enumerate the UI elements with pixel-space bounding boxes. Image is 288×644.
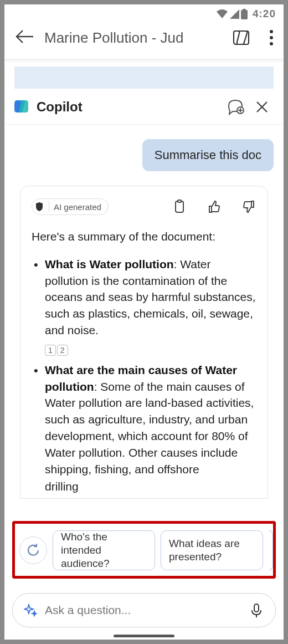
response-bullet: What are the main causes of Water pollut… xyxy=(45,362,256,478)
ai-badge-label: AI generated xyxy=(54,202,101,212)
suggestion-ideas-button[interactable]: What ideas are presented? xyxy=(161,530,263,570)
copilot-panel-header: Copilot xyxy=(4,89,284,125)
android-home-indicator[interactable] xyxy=(114,635,174,637)
copilot-logo-icon xyxy=(12,98,31,116)
shield-icon xyxy=(35,202,44,211)
suggestion-row-highlighted: Who's the intended audience? What ideas … xyxy=(12,521,276,579)
response-intro: Here's a summary of the document: xyxy=(32,228,256,245)
svg-rect-13 xyxy=(254,604,259,612)
wifi-icon xyxy=(216,9,228,19)
sparkle-icon xyxy=(24,604,37,617)
battery-icon xyxy=(241,9,248,19)
document-title: Marine Pollution - Jud xyxy=(44,29,222,47)
copilot-panel-title: Copilot xyxy=(37,99,226,115)
bullet-body: : Some of the main causes of Water pollu… xyxy=(45,380,254,476)
truncated-line: drilling xyxy=(32,478,256,495)
copilot-launch-button[interactable] xyxy=(232,29,251,47)
refresh-suggestions-button[interactable] xyxy=(19,536,47,564)
svg-rect-12 xyxy=(178,200,181,202)
suggestion-label: What ideas are presented? xyxy=(169,537,255,564)
chat-scroll-area[interactable]: Summarise this doc AI generated xyxy=(4,125,284,504)
svg-point-4 xyxy=(270,36,273,39)
citation-chip[interactable]: 1 xyxy=(45,345,56,356)
user-message-bubble: Summarise this doc xyxy=(142,139,274,171)
response-toolbar: AI generated xyxy=(32,198,256,215)
ai-response-card: AI generated Here's a summary of the doc… xyxy=(20,186,268,499)
ask-input-placeholder[interactable]: Ask a question... xyxy=(45,604,243,617)
response-bullet: What is Water pollution: Water pollution… xyxy=(45,256,256,357)
suggestion-overflow-peek[interactable] xyxy=(269,530,273,570)
suggestion-audience-button[interactable]: Who's the intended audience? xyxy=(53,530,155,570)
svg-point-3 xyxy=(270,30,273,33)
svg-point-5 xyxy=(270,42,273,45)
back-button[interactable] xyxy=(14,29,34,47)
new-chat-button[interactable] xyxy=(226,99,245,115)
microphone-button[interactable] xyxy=(251,604,264,617)
close-button[interactable] xyxy=(253,100,271,114)
signal-icon xyxy=(230,9,239,19)
svg-rect-1 xyxy=(243,9,246,11)
android-status-bar: 4:20 xyxy=(4,4,284,23)
suggestion-label: Who's the intended audience? xyxy=(61,530,147,570)
thumbs-down-button[interactable] xyxy=(241,199,256,214)
bullet-title: What is Water pollution xyxy=(45,258,174,270)
thumbs-up-button[interactable] xyxy=(207,199,222,214)
ask-input-bar[interactable]: Ask a question... xyxy=(12,593,276,627)
document-preview-strip xyxy=(4,63,284,89)
status-clock: 4:20 xyxy=(253,8,276,20)
svg-rect-0 xyxy=(241,10,248,19)
copy-button[interactable] xyxy=(172,199,188,214)
header-divider xyxy=(4,59,284,63)
overflow-menu-button[interactable] xyxy=(269,29,274,46)
citation-chip[interactable]: 2 xyxy=(57,345,68,356)
ai-generated-badge[interactable]: AI generated xyxy=(32,198,109,215)
app-title-bar: Marine Pollution - Jud xyxy=(4,23,284,59)
